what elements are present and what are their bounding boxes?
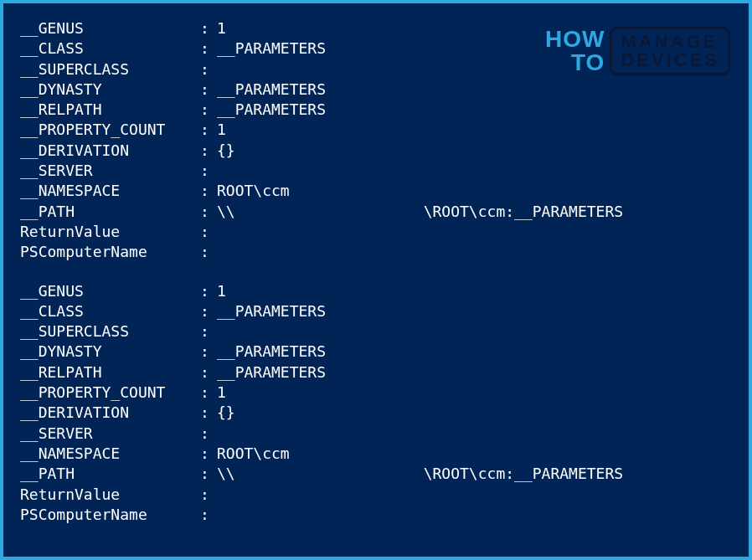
- label-relpath: __RELPATH: [20, 100, 200, 120]
- separator: :: [200, 80, 217, 100]
- label-server: __SERVER: [20, 161, 200, 181]
- row-genus: __GENUS : 1: [20, 281, 732, 301]
- separator: :: [200, 505, 217, 525]
- row-dynasty: __DYNASTY : __PARAMETERS: [20, 80, 732, 100]
- label-namespace: __NAMESPACE: [20, 181, 200, 201]
- value-path-suffix: \ROOT\ccm:__PARAMETERS: [424, 464, 623, 484]
- row-namespace: __NAMESPACE : ROOT\ccm: [20, 444, 732, 464]
- row-server: __SERVER :: [20, 424, 732, 444]
- row-pscomputername: PSComputerName :: [20, 242, 732, 262]
- watermark-logo: HOW TO MANAGE DEVICES: [545, 27, 730, 75]
- row-property-count: __PROPERTY_COUNT : 1: [20, 120, 732, 140]
- label-class: __CLASS: [20, 39, 200, 59]
- value-dynasty: __PARAMETERS: [217, 80, 326, 100]
- row-dynasty: __DYNASTY : __PARAMETERS: [20, 342, 732, 362]
- row-property-count: __PROPERTY_COUNT : 1: [20, 383, 732, 403]
- row-path: __PATH : \\ \ROOT\ccm:__PARAMETERS: [20, 202, 732, 222]
- value-derivation: {}: [217, 403, 235, 423]
- value-relpath: __PARAMETERS: [217, 362, 326, 383]
- row-pscomputername: PSComputerName :: [20, 505, 732, 525]
- label-genus: __GENUS: [20, 281, 200, 301]
- label-property-count: __PROPERTY_COUNT: [20, 120, 200, 140]
- value-genus: 1: [217, 281, 226, 301]
- watermark-how: HOW: [545, 28, 605, 51]
- separator: :: [200, 362, 217, 383]
- label-returnvalue: ReturnValue: [20, 222, 200, 242]
- separator: :: [200, 444, 217, 464]
- value-namespace: ROOT\ccm: [217, 181, 290, 201]
- value-class: __PARAMETERS: [217, 39, 326, 59]
- powershell-terminal[interactable]: HOW TO MANAGE DEVICES __GENUS : 1 __CLAS…: [3, 3, 749, 557]
- value-dynasty: __PARAMETERS: [217, 342, 326, 362]
- separator: :: [200, 59, 217, 80]
- value-relpath: __PARAMETERS: [217, 100, 326, 120]
- row-path: __PATH : \\ \ROOT\ccm:__PARAMETERS: [20, 464, 732, 484]
- watermark-devices: DEVICES: [621, 51, 719, 69]
- row-server: __SERVER :: [20, 161, 732, 181]
- separator: :: [200, 301, 217, 321]
- label-namespace: __NAMESPACE: [20, 444, 200, 464]
- label-server: __SERVER: [20, 424, 200, 444]
- value-derivation: {}: [217, 141, 235, 161]
- watermark-manage: MANAGE: [621, 33, 719, 51]
- label-superclass: __SUPERCLASS: [20, 321, 200, 342]
- value-path-prefix: \\: [217, 202, 235, 222]
- row-relpath: __RELPATH : __PARAMETERS: [20, 100, 732, 120]
- row-returnvalue: ReturnValue :: [20, 485, 732, 505]
- separator: :: [200, 202, 217, 222]
- label-path: __PATH: [20, 464, 200, 484]
- separator: :: [200, 424, 217, 444]
- label-derivation: __DERIVATION: [20, 403, 200, 423]
- row-superclass: __SUPERCLASS :: [20, 321, 732, 342]
- label-pscomputername: PSComputerName: [20, 505, 200, 525]
- separator: :: [200, 181, 217, 201]
- separator: :: [200, 485, 217, 505]
- watermark-box: MANAGE DEVICES: [610, 27, 730, 75]
- value-namespace: ROOT\ccm: [217, 444, 290, 464]
- value-path-suffix: \ROOT\ccm:__PARAMETERS: [424, 202, 623, 222]
- value-genus: 1: [217, 18, 226, 39]
- path-gap: [235, 464, 424, 484]
- label-pscomputername: PSComputerName: [20, 242, 200, 262]
- value-property-count: 1: [217, 383, 226, 403]
- value-class: __PARAMETERS: [217, 301, 326, 321]
- path-gap: [235, 202, 424, 222]
- label-dynasty: __DYNASTY: [20, 342, 200, 362]
- row-namespace: __NAMESPACE : ROOT\ccm: [20, 181, 732, 201]
- output-block-1: __GENUS : 1 __CLASS : __PARAMETERS __SUP…: [20, 281, 732, 526]
- label-relpath: __RELPATH: [20, 362, 200, 383]
- separator: :: [200, 100, 217, 120]
- separator: :: [200, 403, 217, 423]
- row-derivation: __DERIVATION : {}: [20, 403, 732, 423]
- separator: :: [200, 18, 217, 39]
- label-superclass: __SUPERCLASS: [20, 59, 200, 80]
- separator: :: [200, 383, 217, 403]
- separator: :: [200, 120, 217, 140]
- row-derivation: __DERIVATION : {}: [20, 141, 732, 161]
- separator: :: [200, 161, 217, 181]
- label-property-count: __PROPERTY_COUNT: [20, 383, 200, 403]
- watermark-left: HOW TO: [545, 28, 605, 74]
- label-class: __CLASS: [20, 301, 200, 321]
- separator: :: [200, 222, 217, 242]
- label-returnvalue: ReturnValue: [20, 485, 200, 505]
- separator: :: [200, 321, 217, 342]
- label-path: __PATH: [20, 202, 200, 222]
- row-returnvalue: ReturnValue :: [20, 222, 732, 242]
- separator: :: [200, 141, 217, 161]
- separator: :: [200, 39, 217, 59]
- label-genus: __GENUS: [20, 18, 200, 39]
- separator: :: [200, 242, 217, 262]
- value-property-count: 1: [217, 120, 226, 140]
- row-class: __CLASS : __PARAMETERS: [20, 301, 732, 321]
- label-derivation: __DERIVATION: [20, 141, 200, 161]
- watermark-to: TO: [571, 51, 605, 74]
- separator: :: [200, 281, 217, 301]
- label-dynasty: __DYNASTY: [20, 80, 200, 100]
- row-relpath: __RELPATH : __PARAMETERS: [20, 362, 732, 383]
- separator: :: [200, 464, 217, 484]
- separator: :: [200, 342, 217, 362]
- value-path-prefix: \\: [217, 464, 235, 484]
